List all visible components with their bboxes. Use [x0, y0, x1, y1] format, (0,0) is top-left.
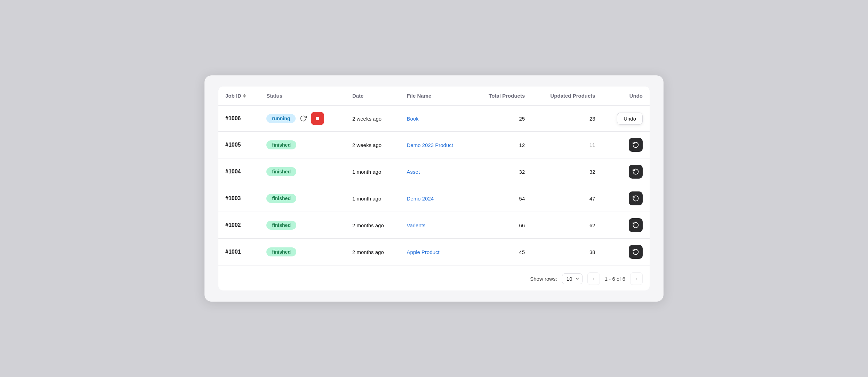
cell-date: 1 month ago [345, 158, 400, 185]
cell-date: 1 month ago [345, 185, 400, 212]
total-products-value: 12 [519, 142, 525, 148]
date-value: 2 weeks ago [352, 116, 381, 122]
col-header-date: Date [345, 87, 400, 105]
rows-per-page-select[interactable]: 10 25 50 [562, 273, 582, 284]
file-name-link[interactable]: Varients [407, 222, 426, 228]
undo-icon-button[interactable] [629, 218, 643, 232]
cell-undo[interactable] [602, 158, 650, 185]
sort-down-icon [243, 96, 246, 98]
cell-file-name[interactable]: Book [400, 105, 472, 132]
total-products-value: 32 [519, 169, 525, 175]
refresh-button[interactable] [298, 114, 308, 123]
status-badge: finished [266, 194, 296, 203]
cell-status: finished [259, 158, 345, 185]
pagination-info: 1 - 6 of 6 [605, 276, 625, 282]
cell-date: 2 months ago [345, 239, 400, 265]
cell-total-products: 66 [472, 212, 532, 239]
prev-page-button[interactable]: ‹ [587, 272, 600, 285]
cell-updated-products: 32 [532, 158, 602, 185]
cell-total-products: 54 [472, 185, 532, 212]
file-name-link[interactable]: Book [407, 116, 419, 122]
cell-undo[interactable] [602, 239, 650, 265]
main-card: Job ID Status Date File Name [204, 75, 664, 302]
total-products-value: 25 [519, 116, 525, 122]
svg-rect-0 [316, 117, 319, 120]
total-products-value: 66 [519, 222, 525, 228]
status-badge: finished [266, 167, 296, 176]
cell-updated-products: 23 [532, 105, 602, 132]
job-id-value: #1005 [225, 142, 241, 148]
cell-job-id: #1003 [218, 185, 259, 212]
cell-date: 2 weeks ago [345, 132, 400, 158]
cell-status: finished [259, 132, 345, 158]
next-page-button[interactable]: › [630, 272, 643, 285]
undo-text-button[interactable]: Undo [617, 113, 643, 125]
file-name-link[interactable]: Demo 2023 Product [407, 142, 453, 148]
job-id-value: #1004 [225, 169, 241, 174]
updated-products-value: 38 [589, 249, 595, 255]
cell-file-name[interactable]: Asset [400, 158, 472, 185]
file-name-link[interactable]: Demo 2024 [407, 196, 434, 202]
undo-icon-button[interactable] [629, 165, 643, 179]
table-row: #1005 finished 2 weeks agoDemo 2023 Prod… [218, 132, 650, 158]
cell-job-id: #1001 [218, 239, 259, 265]
updated-products-value: 32 [589, 169, 595, 175]
cell-undo[interactable] [602, 132, 650, 158]
cell-total-products: 25 [472, 105, 532, 132]
cell-updated-products: 47 [532, 185, 602, 212]
table-row: #1002 finished 2 months agoVarients6662 [218, 212, 650, 239]
date-value: 2 months ago [352, 249, 384, 255]
footer-row: Show rows: 10 25 50 ‹ 1 - 6 of 6 › [218, 265, 650, 291]
cell-status: finished [259, 239, 345, 265]
updated-products-value: 62 [589, 222, 595, 228]
col-header-job-id[interactable]: Job ID [218, 87, 259, 105]
footer-content: Show rows: 10 25 50 ‹ 1 - 6 of 6 › [225, 272, 643, 285]
table-row: #1001 finished 2 months agoApple Product… [218, 239, 650, 265]
cell-status: finished [259, 212, 345, 239]
col-header-undo: Undo [602, 87, 650, 105]
total-products-value: 54 [519, 196, 525, 202]
stop-button[interactable] [311, 112, 324, 125]
updated-products-value: 47 [589, 196, 595, 202]
jobs-table: Job ID Status Date File Name [218, 87, 650, 290]
cell-file-name[interactable]: Varients [400, 212, 472, 239]
cell-date: 2 months ago [345, 212, 400, 239]
cell-file-name[interactable]: Demo 2024 [400, 185, 472, 212]
col-header-total-products: Total Products [472, 87, 532, 105]
cell-date: 2 weeks ago [345, 105, 400, 132]
col-header-status: Status [259, 87, 345, 105]
cell-total-products: 45 [472, 239, 532, 265]
file-name-link[interactable]: Asset [407, 169, 420, 175]
table-row: #1004 finished 1 month agoAsset3232 [218, 158, 650, 185]
cell-job-id: #1002 [218, 212, 259, 239]
status-badge: finished [266, 140, 296, 149]
status-badge: running [266, 114, 296, 123]
cell-file-name[interactable]: Apple Product [400, 239, 472, 265]
total-products-value: 45 [519, 249, 525, 255]
col-header-job-id-label: Job ID [225, 93, 241, 99]
undo-icon-button[interactable] [629, 245, 643, 259]
undo-icon-button[interactable] [629, 191, 643, 205]
sort-up-icon [243, 94, 246, 96]
job-id-value: #1001 [225, 249, 241, 255]
cell-status: running [259, 105, 345, 132]
cell-updated-products: 38 [532, 239, 602, 265]
table-row: #1003 finished 1 month agoDemo 20245447 [218, 185, 650, 212]
cell-undo[interactable]: Undo [602, 105, 650, 132]
cell-undo[interactable] [602, 212, 650, 239]
cell-file-name[interactable]: Demo 2023 Product [400, 132, 472, 158]
footer-cell: Show rows: 10 25 50 ‹ 1 - 6 of 6 › [218, 265, 650, 291]
col-header-updated-products: Updated Products [532, 87, 602, 105]
date-value: 2 weeks ago [352, 142, 381, 148]
cell-undo[interactable] [602, 185, 650, 212]
cell-status: finished [259, 185, 345, 212]
sort-icon[interactable] [243, 94, 246, 98]
undo-icon-button[interactable] [629, 138, 643, 152]
updated-products-value: 23 [589, 116, 595, 122]
date-value: 2 months ago [352, 222, 384, 228]
file-name-link[interactable]: Apple Product [407, 249, 440, 255]
job-id-value: #1002 [225, 222, 241, 228]
job-id-value: #1006 [225, 115, 241, 121]
cell-job-id: #1005 [218, 132, 259, 158]
cell-total-products: 12 [472, 132, 532, 158]
